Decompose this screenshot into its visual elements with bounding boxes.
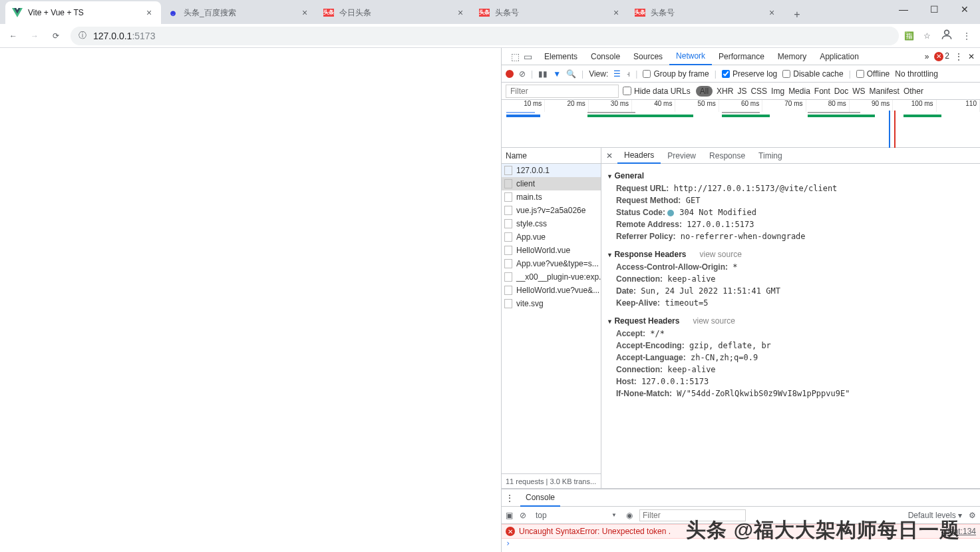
filter-input[interactable]	[506, 85, 619, 98]
header-row: Date: Sun, 24 Jul 2022 11:51:41 GMT	[607, 285, 975, 297]
request-row[interactable]: vite.svg	[502, 297, 601, 310]
file-icon	[504, 179, 512, 188]
inspect-icon[interactable]: ⬚	[511, 51, 520, 62]
browser-tab-2[interactable]: 头条 今日头条 ×	[317, 1, 472, 24]
view-source-link[interactable]: view source	[699, 250, 741, 259]
console-prompt[interactable]: ›	[502, 539, 980, 552]
clear-icon[interactable]: ⊘	[519, 69, 526, 79]
request-row[interactable]: HelloWorld.vue	[502, 244, 601, 257]
disable-cache-checkbox[interactable]: Disable cache	[782, 69, 843, 79]
close-icon[interactable]: ×	[455, 7, 466, 18]
close-icon[interactable]: ×	[144, 7, 154, 18]
window-close[interactable]: ✕	[949, 0, 980, 19]
throttling-select[interactable]: No throttling	[895, 69, 938, 79]
close-icon[interactable]: ×	[766, 7, 777, 18]
group-by-frame-checkbox[interactable]: Group by frame	[643, 69, 709, 79]
detail-tab-response[interactable]: Response	[703, 148, 752, 164]
filter-chip-js[interactable]: JS	[737, 87, 746, 96]
window-maximize[interactable]: ☐	[919, 0, 949, 19]
request-list-header[interactable]: Name	[502, 148, 601, 164]
device-icon[interactable]: ▭	[524, 51, 532, 62]
close-icon[interactable]: ×	[299, 7, 310, 18]
request-row[interactable]: vue.js?v=2a5a026e	[502, 204, 601, 217]
live-expression-icon[interactable]: ◉	[626, 511, 633, 520]
filter-chip-css[interactable]: CSS	[750, 87, 767, 96]
bookmark-icon[interactable]: ☆	[923, 31, 931, 41]
back-button[interactable]: ←	[4, 27, 23, 45]
forward-button[interactable]: →	[25, 27, 44, 45]
filter-chip-other[interactable]: Other	[903, 87, 923, 96]
filter-toggle-icon[interactable]: ▼	[553, 69, 561, 79]
menu-icon[interactable]: ⋮	[963, 31, 971, 41]
section-request-headers[interactable]: Request Headersview source	[607, 314, 975, 328]
tick: 70 ms	[762, 100, 806, 112]
more-tabs-icon[interactable]: »	[925, 52, 929, 61]
browser-tab-1[interactable]: ☻ 头条_百度搜索 ×	[161, 1, 317, 24]
request-row[interactable]: App.vue	[502, 230, 601, 244]
window-minimize[interactable]: —	[888, 0, 919, 19]
tab-elements[interactable]: Elements	[538, 48, 584, 65]
waterfall-icon[interactable]: ⫞	[626, 69, 630, 79]
record-icon[interactable]	[506, 70, 514, 78]
tab-memory[interactable]: Memory	[771, 48, 813, 65]
search-icon[interactable]: 🔍	[566, 69, 576, 79]
tab-console[interactable]: Console	[584, 48, 627, 65]
close-devtools-icon[interactable]: ✕	[968, 52, 975, 61]
filter-chip-ws[interactable]: WS	[852, 87, 865, 96]
hide-data-urls-checkbox[interactable]: Hide data URLs	[623, 87, 691, 96]
tab-network[interactable]: Network	[669, 48, 712, 65]
console-filter-input[interactable]	[639, 509, 746, 521]
translate-icon[interactable]: 🈯	[904, 31, 914, 41]
drawer-tab-console[interactable]: Console	[520, 489, 560, 507]
close-details-icon[interactable]: ✕	[601, 151, 617, 160]
preserve-log-checkbox[interactable]: Preserve log	[722, 69, 777, 79]
error-location[interactable]: client:134	[942, 527, 976, 536]
filter-chip-media[interactable]: Media	[788, 87, 810, 96]
clear-console-icon[interactable]: ⊘	[520, 511, 526, 520]
drawer-menu-icon[interactable]: ⋮	[506, 493, 514, 503]
log-levels-select[interactable]: Default levels ▾	[908, 511, 962, 520]
offline-checkbox[interactable]: Offline	[856, 69, 890, 79]
view-source-link[interactable]: view source	[693, 316, 735, 326]
detail-tab-timing[interactable]: Timing	[752, 148, 789, 164]
tab-performance[interactable]: Performance	[712, 48, 771, 65]
new-tab-button[interactable]: +	[788, 5, 806, 24]
request-row[interactable]: main.ts	[502, 190, 601, 204]
console-settings-icon[interactable]: ⚙	[969, 511, 976, 520]
detail-tab-headers[interactable]: Headers	[617, 148, 661, 164]
filter-chip-doc[interactable]: Doc	[834, 87, 848, 96]
camera-icon[interactable]: ▮▮	[538, 69, 548, 79]
omnibox[interactable]: ⓘ 127.0.0.1:5173	[71, 27, 899, 45]
filter-chip-manifest[interactable]: Manifest	[870, 87, 899, 96]
browser-tab-4[interactable]: 头条 头条号 ×	[628, 1, 784, 24]
filter-chip-xhr[interactable]: XHR	[717, 87, 733, 96]
timeline-overview[interactable]: 10 ms 20 ms 30 ms 40 ms 50 ms 60 ms 70 m…	[502, 100, 980, 148]
request-name: client	[516, 179, 535, 188]
filter-chip-img[interactable]: Img	[771, 87, 784, 96]
error-badge[interactable]: ✕2	[934, 51, 949, 61]
filter-chip-font[interactable]: Font	[814, 87, 830, 96]
reload-button[interactable]: ⟳	[47, 27, 65, 45]
site-info-icon[interactable]: ⓘ	[79, 30, 86, 41]
filter-chip-all[interactable]: All	[696, 86, 713, 97]
request-row[interactable]: style.css	[502, 217, 601, 230]
section-general[interactable]: General	[607, 169, 975, 182]
section-response-headers[interactable]: Response Headersview source	[607, 248, 975, 261]
profile-icon[interactable]	[940, 28, 953, 43]
request-row[interactable]: App.vue?vue&type=s...	[502, 257, 601, 270]
console-error-row[interactable]: ✕ Uncaught SyntaxError: Unexpected token…	[502, 524, 980, 539]
request-row[interactable]: client	[502, 177, 601, 190]
context-select[interactable]: top	[533, 511, 619, 520]
large-rows-icon[interactable]: ☰	[613, 69, 621, 79]
tab-sources[interactable]: Sources	[627, 48, 669, 65]
close-icon[interactable]: ×	[611, 7, 621, 18]
browser-tab-0[interactable]: Vite + Vue + TS ×	[5, 1, 161, 24]
request-row[interactable]: 127.0.0.1	[502, 164, 601, 177]
browser-tab-3[interactable]: 头条 头条号 ×	[472, 1, 628, 24]
detail-tab-preview[interactable]: Preview	[661, 148, 703, 164]
tab-application[interactable]: Application	[813, 48, 866, 65]
settings-icon[interactable]: ⋮	[955, 52, 963, 61]
sidebar-toggle-icon[interactable]: ▣	[506, 511, 513, 520]
request-row[interactable]: __x00__plugin-vue:exp...	[502, 270, 601, 284]
request-row[interactable]: HelloWorld.vue?vue&...	[502, 284, 601, 297]
